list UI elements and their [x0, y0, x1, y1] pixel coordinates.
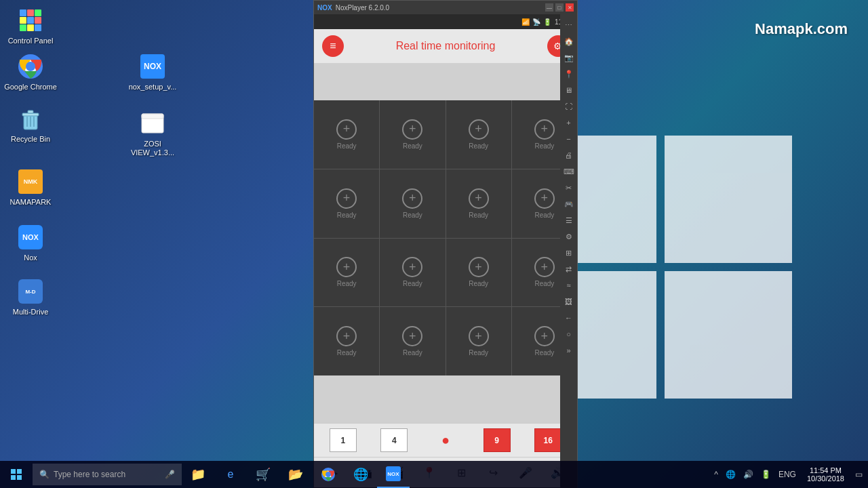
desktop-icon-multi-drive[interactable]: M-D Multi-Drive [3, 278, 58, 317]
emulator-status-bar: 📶 📡 🔋 11:54 [314, 14, 577, 29]
tray-up-arrow-icon[interactable]: ^ [712, 470, 720, 479]
zosi-icon [139, 110, 166, 137]
view-9-button[interactable]: 9 [484, 428, 511, 452]
camera-cell-5[interactable]: + Ready [314, 169, 379, 238]
tray-network-icon[interactable]: 🌐 [724, 470, 738, 479]
camera-cell-10[interactable]: + Ready [380, 239, 445, 307]
view-dot-button[interactable]: ● [432, 428, 459, 452]
emulator-title-bar: NOX NoxPlayer 6.2.0.0 — □ ✕ [314, 1, 577, 14]
sidebar-multi-button[interactable]: ⊞ [561, 245, 576, 260]
sidebar-transfer-button[interactable]: ⇄ [561, 262, 576, 277]
camera-cell-1[interactable]: + Ready [314, 100, 379, 169]
view-4-button[interactable]: 4 [380, 428, 408, 452]
emulator-window: NOX NoxPlayer 6.2.0.0 — □ ✕ 📶 📡 🔋 11:54 [313, 0, 578, 488]
camera-cell-9[interactable]: + Ready [314, 239, 379, 307]
taskbar: 🔍 Type here to search 🎤 📁 e 🛒 📂 [0, 461, 868, 488]
sidebar-location-button[interactable]: 📍 [561, 66, 576, 81]
camera-top-spacer [314, 63, 577, 100]
app-header: ≡ Real time monitoring ⚙ [314, 29, 577, 63]
sidebar-volume-down-button[interactable]: − [561, 131, 576, 146]
minimize-button[interactable]: — [545, 3, 553, 12]
sidebar-home-button[interactable]: 🏠 [561, 34, 576, 49]
system-clock[interactable]: 11:54 PM 10/30/2018 [802, 466, 850, 483]
camera-cell-6[interactable]: + Ready [380, 169, 445, 238]
sidebar-gear-button[interactable]: ⚙ [561, 229, 576, 244]
add-camera-icon-4: + [534, 119, 555, 140]
add-camera-icon-12: + [534, 257, 555, 277]
taskbar-store[interactable]: 🛒 [247, 461, 279, 488]
sidebar-list-button[interactable]: ☰ [561, 213, 576, 228]
sidebar-home2-button[interactable]: ○ [561, 327, 576, 342]
svg-rect-13 [11, 475, 16, 480]
tray-battery-icon[interactable]: 🔋 [759, 470, 773, 479]
taskbar-apps: 📁 e 🛒 📂 [182, 461, 410, 488]
hamburger-icon: ≡ [330, 40, 336, 52]
add-camera-icon-6: + [402, 188, 422, 209]
close-button[interactable]: ✕ [566, 3, 574, 12]
sidebar-keyboard-button[interactable]: ⌨ [561, 164, 576, 179]
desktop-icon-recycle[interactable]: Recycle Bin [3, 105, 58, 144]
view-1-button[interactable]: 1 [330, 428, 357, 452]
sidebar-menu-button[interactable]: ⋯ [561, 18, 576, 33]
camera-status-6: Ready [403, 211, 422, 219]
tray-language-icon[interactable]: ENG [776, 470, 798, 479]
start-button[interactable] [0, 461, 33, 488]
desktop: Namapk.com Control Panel [0, 0, 868, 488]
sidebar-display-button[interactable]: 🖥 [561, 83, 576, 98]
camera-cell-7[interactable]: + Ready [446, 169, 511, 238]
show-desktop-button[interactable]: ▭ [853, 470, 865, 479]
desktop-icon-control-panel[interactable]: Control Panel [3, 7, 58, 45]
app-menu-button[interactable]: ≡ [322, 35, 344, 57]
sidebar-expand-button[interactable]: » [561, 343, 576, 358]
nox-setup-label: nox_setup_v... [129, 83, 177, 92]
nox-title-logo: NOX [317, 4, 332, 12]
camera-status-11: Ready [469, 280, 488, 287]
search-bar[interactable]: 🔍 Type here to search 🎤 [33, 464, 182, 485]
taskbar-chrome[interactable] [312, 461, 344, 488]
sidebar-back-button[interactable]: ← [561, 310, 576, 325]
camera-cell-15[interactable]: + Ready [446, 307, 511, 375]
camera-status-4: Ready [534, 142, 554, 150]
taskbar-file-manager[interactable]: 📂 [279, 461, 312, 488]
clock-date: 10/30/2018 [807, 474, 844, 483]
taskbar-browser2[interactable]: 🌐 [344, 461, 377, 488]
view-16-button[interactable]: 16 [534, 428, 561, 452]
camera-cell-13[interactable]: + Ready [314, 307, 379, 375]
desktop-icon-chrome[interactable]: Google Chrome [3, 53, 58, 92]
sidebar-camera-button[interactable]: 📷 [561, 50, 576, 65]
camera-status-10: Ready [403, 280, 422, 287]
sidebar-fullscreen-button[interactable]: ⛶ [561, 99, 576, 114]
desktop-icon-zosi[interactable]: ZOSI VIEW_v1.3... [125, 110, 180, 157]
camera-status-2: Ready [403, 142, 422, 150]
taskbar-chrome-icon [321, 468, 335, 481]
camera-status-9: Ready [337, 280, 357, 287]
svg-rect-12 [17, 469, 22, 474]
taskbar-file-explorer[interactable]: 📁 [182, 461, 214, 488]
sidebar-volume-up-button[interactable]: + [561, 115, 576, 130]
nox-icon: NOX [17, 224, 44, 251]
camera-cell-2[interactable]: + Ready [380, 100, 445, 169]
taskbar-edge[interactable]: e [214, 461, 247, 488]
sidebar-shake-button[interactable]: ≈ [561, 278, 576, 293]
camera-cell-14[interactable]: + Ready [380, 307, 445, 375]
camera-cell-11[interactable]: + Ready [446, 239, 511, 307]
browser2-icon: 🌐 [353, 467, 368, 482]
tray-volume-icon[interactable]: 🔊 [741, 470, 755, 479]
desktop-icon-namapark[interactable]: NMK NAMAPARK [3, 168, 58, 207]
sidebar-scissors-button[interactable]: ✂ [561, 180, 576, 195]
sidebar-printer-button[interactable]: 🖨 [561, 148, 576, 163]
camera-status-1: Ready [337, 142, 357, 150]
svg-rect-5 [28, 110, 33, 113]
camera-cell-3[interactable]: + Ready [446, 100, 511, 169]
desktop-icon-nox[interactable]: NOX Nox [3, 224, 58, 262]
desktop-icon-nox-setup[interactable]: NOX nox_setup_v... [125, 53, 180, 92]
view-toolbar: 1 4 ● 9 16 [314, 423, 577, 457]
camera-bottom-spacer [314, 375, 577, 423]
sidebar-screenshot2-button[interactable]: 🖼 [561, 294, 576, 309]
multi-drive-icon: M-D [17, 278, 44, 305]
camera-status-16: Ready [534, 349, 554, 357]
restore-button[interactable]: □ [555, 3, 564, 12]
sidebar-gamepad-button[interactable]: 🎮 [561, 197, 576, 211]
camera-status-13: Ready [337, 349, 357, 357]
taskbar-nox[interactable]: NOX [377, 461, 410, 488]
